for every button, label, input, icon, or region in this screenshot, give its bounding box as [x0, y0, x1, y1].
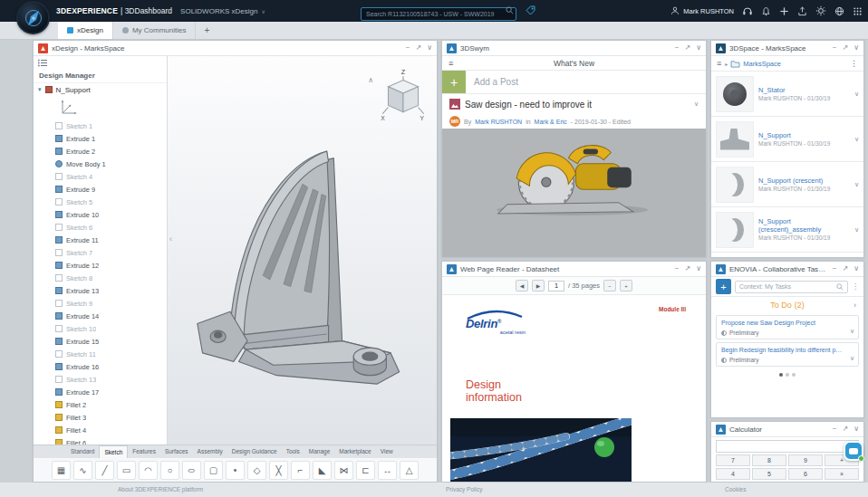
- pagination-dot[interactable]: [779, 373, 783, 377]
- minimize-icon[interactable]: −: [406, 44, 410, 52]
- tasks-search[interactable]: Context: My Tasks: [735, 281, 848, 293]
- feature-tree-item[interactable]: Move Body 1: [34, 158, 167, 170]
- slot-icon[interactable]: ▢: [204, 461, 223, 480]
- expand-icon[interactable]: ↗: [684, 265, 690, 272]
- feature-tree-item[interactable]: Sketch 5: [34, 196, 167, 208]
- polygon-icon[interactable]: ◇: [247, 461, 266, 480]
- feature-tree-item[interactable]: Sketch 7: [34, 246, 167, 259]
- dashboard-tab[interactable]: xDesign: [58, 22, 113, 39]
- line-icon[interactable]: ╱: [95, 461, 114, 480]
- dashboard-title[interactable]: SOLIDWORKS xDesign: [180, 7, 257, 15]
- chevron-down-icon[interactable]: ∨: [854, 181, 859, 188]
- workbench-tab[interactable]: Assembly: [193, 445, 227, 458]
- panel-menu-icon[interactable]: ∨: [696, 265, 701, 272]
- space-item[interactable]: N_Support Mark RUSHTON - 01/30/19 ∨: [711, 117, 863, 162]
- settings-gear-icon[interactable]: [815, 5, 826, 16]
- ellipse-icon[interactable]: ○: [182, 461, 201, 480]
- chamfer-icon[interactable]: ◣: [313, 461, 332, 480]
- feature-tree-item[interactable]: Extrude 11: [34, 234, 167, 246]
- feature-tree-item[interactable]: Extrude 9: [34, 183, 167, 196]
- calculator-key[interactable]: 4: [716, 468, 750, 480]
- author-avatar[interactable]: MR: [449, 116, 460, 127]
- part-name-link[interactable]: N_Support (crescent)_assembly: [758, 217, 850, 234]
- expand-icon[interactable]: ↗: [842, 265, 848, 272]
- calculator-key[interactable]: 7: [716, 454, 750, 466]
- minimize-icon[interactable]: −: [675, 265, 680, 272]
- minimize-icon[interactable]: −: [833, 44, 837, 52]
- feature-tree-item[interactable]: Sketch 9: [34, 297, 167, 310]
- workbench-tab[interactable]: Design Guidance: [227, 445, 282, 458]
- dimension-icon[interactable]: ↔: [378, 461, 397, 480]
- hamburger-menu-icon[interactable]: ≡: [717, 59, 721, 68]
- tree-root-item[interactable]: ▾ N_Support: [34, 83, 167, 96]
- calculator-key[interactable]: 9: [788, 454, 823, 466]
- feature-tree-item[interactable]: Extrude 1: [34, 132, 167, 145]
- assistant-headset-icon[interactable]: [742, 5, 753, 16]
- minimize-icon[interactable]: −: [833, 265, 837, 272]
- feature-tree-item[interactable]: Sketch 4: [34, 170, 167, 183]
- feature-tree-item[interactable]: Extrude 14: [34, 310, 167, 322]
- chevron-down-icon[interactable]: ∨: [854, 136, 859, 143]
- calculator-key[interactable]: 8: [752, 454, 786, 466]
- feature-tree-item[interactable]: Extrude 13: [34, 284, 167, 297]
- workbench-tab[interactable]: Features: [128, 445, 160, 458]
- corner-icon[interactable]: ⌐: [291, 461, 310, 480]
- notifications-bell-icon[interactable]: [761, 6, 771, 16]
- community-link[interactable]: Mark & Eric: [535, 119, 567, 125]
- zoom-in-button[interactable]: +: [620, 280, 632, 292]
- calculator-key[interactable]: 5: [752, 468, 786, 480]
- feature-tree-item[interactable]: Sketch 11: [34, 348, 167, 360]
- user-menu[interactable]: Mark RUSHTON: [670, 6, 734, 15]
- minimize-icon[interactable]: −: [675, 44, 680, 52]
- feature-tree-item[interactable]: Fillet 2: [34, 398, 167, 411]
- design-manager-toggle-icon[interactable]: [38, 59, 47, 67]
- kebab-menu-icon[interactable]: ⋮: [850, 59, 858, 68]
- task-title-link[interactable]: Propose new Saw Design Project: [721, 319, 845, 327]
- workbench-tab[interactable]: View: [376, 445, 398, 458]
- triangle-icon[interactable]: △: [400, 461, 419, 480]
- panel-menu-icon[interactable]: ∨: [854, 44, 859, 52]
- breadcrumb[interactable]: ▸ MarksSpace: [725, 60, 846, 68]
- offset-icon[interactable]: ⊏: [356, 461, 375, 480]
- add-tab-button[interactable]: +: [196, 22, 217, 39]
- viewcube-collapse-icon[interactable]: ∧: [368, 76, 373, 84]
- post-image[interactable]: [442, 129, 706, 257]
- feature-tree-item[interactable]: Fillet 4: [34, 424, 167, 436]
- origin-item[interactable]: [34, 96, 167, 119]
- chevron-down-icon[interactable]: ∨: [854, 226, 859, 234]
- feature-tree-item[interactable]: Sketch 10: [34, 322, 167, 335]
- add-post-placeholder[interactable]: Add a Post: [466, 71, 706, 93]
- arc-icon[interactable]: ◠: [139, 461, 158, 480]
- spline-icon[interactable]: ∿: [73, 461, 92, 480]
- pagination-dot[interactable]: [786, 373, 789, 377]
- feature-tree-item[interactable]: Fillet 3: [34, 411, 167, 424]
- prev-page-button[interactable]: ◀: [516, 280, 528, 292]
- trim-icon[interactable]: ╳: [269, 461, 288, 480]
- rectangle-icon[interactable]: ▭: [117, 461, 136, 480]
- 3d-viewport[interactable]: ‹ ∧ Z X Y: [168, 56, 437, 444]
- chat-widget-button[interactable]: [844, 441, 863, 461]
- workbench-tab[interactable]: Tools: [282, 445, 304, 458]
- panel-menu-icon[interactable]: ∨: [854, 425, 859, 433]
- calculator-key[interactable]: 6: [788, 468, 823, 480]
- zoom-out-button[interactable]: −: [603, 280, 616, 292]
- language-globe-icon[interactable]: [834, 6, 844, 16]
- part-name-link[interactable]: N_Support (crescent): [758, 177, 850, 185]
- expand-icon[interactable]: ↗: [842, 425, 848, 433]
- tag-icon[interactable]: [524, 4, 537, 17]
- add-task-button[interactable]: +: [716, 279, 731, 294]
- 3dexperience-compass-logo[interactable]: [16, 1, 50, 34]
- workbench-tab[interactable]: Sketch: [99, 445, 128, 458]
- feature-tree-item[interactable]: Sketch 13: [34, 373, 167, 386]
- feature-tree-item[interactable]: Extrude 15: [34, 335, 167, 348]
- page-number-input[interactable]: [548, 281, 564, 292]
- chevron-down-icon[interactable]: ∨: [850, 355, 854, 362]
- expand-icon[interactable]: ↗: [415, 44, 421, 52]
- space-item[interactable]: N_Support (crescent)_assembly Mark RUSHT…: [711, 207, 863, 253]
- panel-menu-icon[interactable]: ∨: [696, 44, 701, 52]
- expand-icon[interactable]: ↗: [842, 44, 848, 52]
- next-page-button[interactable]: ▶: [532, 280, 545, 292]
- feature-tree-item[interactable]: Fillet 6: [34, 436, 167, 444]
- chevron-down-icon[interactable]: ∨: [854, 91, 859, 98]
- expander-icon[interactable]: ▾: [38, 86, 42, 93]
